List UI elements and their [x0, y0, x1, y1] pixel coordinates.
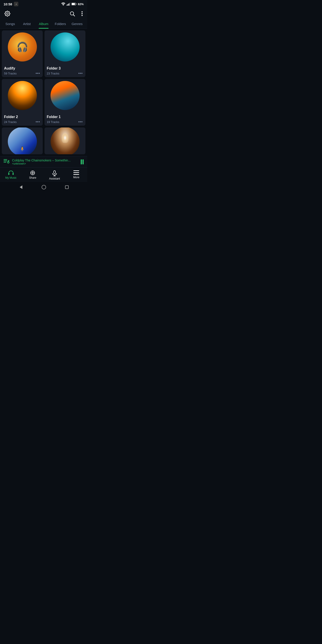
- album-image-audify: 🎧: [8, 32, 37, 62]
- nav-my-music-label: My Music: [5, 176, 16, 179]
- svg-marker-28: [20, 185, 22, 189]
- svg-point-29: [42, 185, 46, 189]
- tab-genres[interactable]: Genres: [69, 19, 86, 28]
- album-tracks-folder2: 24 Tracks •••: [4, 120, 40, 124]
- svg-rect-27: [73, 174, 79, 175]
- album-info-folder3: Folder 3 23 Tracks •••: [44, 65, 86, 77]
- album-info-folder1: Folder 1 19 Tracks •••: [44, 114, 86, 126]
- svg-rect-6: [72, 3, 75, 5]
- nav-more[interactable]: More: [66, 170, 88, 181]
- now-playing-bar[interactable]: Coldplay The Chainsmokers – Somethin... …: [0, 156, 87, 168]
- status-icons: 82%: [61, 2, 84, 6]
- album-more-folder3[interactable]: •••: [78, 71, 83, 75]
- svg-point-11: [82, 12, 83, 12]
- album-image-folder1: [50, 81, 80, 110]
- share-icon: [30, 170, 35, 175]
- album-art-folder2: [2, 79, 43, 114]
- wifi-icon: [61, 2, 65, 6]
- bottom-nav: My Music Share Assistant More: [0, 168, 87, 182]
- nav-my-music[interactable]: My Music: [0, 170, 22, 181]
- album-circle-folder2: [8, 81, 37, 110]
- svg-rect-7: [76, 4, 76, 4]
- album-more-audify[interactable]: •••: [35, 71, 40, 75]
- settings-button[interactable]: [4, 10, 11, 18]
- tab-album[interactable]: Album: [35, 19, 52, 28]
- album-info-folder2: Folder 2 24 Tracks •••: [2, 114, 43, 126]
- tab-songs[interactable]: Songs: [2, 19, 18, 28]
- nav-more-label: More: [73, 176, 80, 179]
- svg-line-10: [73, 15, 75, 16]
- album-title-folder2: Folder 2: [4, 115, 40, 119]
- svg-point-13: [82, 15, 83, 16]
- svg-rect-22: [54, 170, 56, 174]
- mic-icon: [52, 170, 57, 176]
- tab-folders[interactable]: Folders: [52, 19, 69, 28]
- battery-icon: [72, 3, 76, 5]
- svg-rect-3: [69, 3, 69, 6]
- nav-share-label: Share: [29, 176, 36, 179]
- album-info-audify: Audify 59 Tracks •••: [2, 65, 43, 77]
- album-art-partial1: 🧍: [2, 128, 43, 154]
- album-image-folder3: [50, 32, 80, 62]
- album-image-partial2: [50, 128, 80, 154]
- menu-icon: [73, 170, 79, 175]
- now-playing-info: Coldplay The Chainsmokers – Somethin... …: [12, 158, 78, 165]
- svg-rect-14: [4, 159, 7, 160]
- status-time: 10:58: [4, 2, 12, 6]
- nav-assistant[interactable]: Assistant: [44, 170, 66, 181]
- album-tracks-folder1: 19 Tracks •••: [47, 120, 83, 124]
- headphones-icon: [8, 170, 14, 175]
- svg-rect-4: [70, 2, 70, 6]
- top-bar: [0, 7, 87, 19]
- album-card-partial2[interactable]: [44, 128, 86, 154]
- svg-rect-30: [65, 186, 68, 189]
- album-title-audify: Audify: [4, 66, 40, 70]
- svg-point-8: [6, 13, 8, 14]
- pause-button[interactable]: [81, 160, 84, 164]
- svg-rect-25: [73, 170, 79, 171]
- svg-rect-26: [73, 172, 79, 173]
- album-more-folder1[interactable]: •••: [78, 120, 83, 124]
- album-art-audify: 🎧: [2, 30, 43, 65]
- album-circle-audify: 🎧: [8, 32, 37, 62]
- tabs-bar: Songs Artist Album Folders Genres: [0, 19, 87, 28]
- album-image-folder2: [8, 81, 37, 110]
- nav-share[interactable]: Share: [22, 170, 44, 181]
- now-playing-controls: [81, 160, 84, 164]
- tab-artist[interactable]: Artist: [18, 19, 35, 28]
- svg-rect-1: [67, 5, 67, 6]
- albums-grid: 🎧 Audify 59 Tracks ••• Folder 3 23 Track…: [0, 28, 87, 156]
- top-bar-right-icons: [68, 10, 84, 18]
- album-image-partial1: 🧍: [8, 128, 37, 154]
- album-card-folder2[interactable]: Folder 2 24 Tracks •••: [2, 79, 43, 126]
- back-button[interactable]: [15, 184, 26, 192]
- sys-nav-bar: [0, 182, 87, 194]
- now-playing-artist: <unknown>: [12, 162, 78, 165]
- album-card-folder1[interactable]: Folder 1 19 Tracks •••: [44, 79, 86, 126]
- album-card-folder3[interactable]: Folder 3 23 Tracks •••: [44, 30, 86, 77]
- album-art-partial2: [44, 128, 86, 154]
- album-more-folder2[interactable]: •••: [35, 120, 40, 124]
- svg-point-12: [82, 13, 83, 14]
- album-card-partial1[interactable]: 🧍: [2, 128, 43, 154]
- recents-button[interactable]: [61, 184, 72, 191]
- playlist-icon: [4, 159, 10, 165]
- album-circle-folder3: [50, 32, 80, 62]
- overflow-menu-button[interactable]: [80, 10, 84, 17]
- svg-rect-16: [4, 162, 6, 162]
- nav-assistant-label: Assistant: [49, 177, 60, 180]
- album-title-folder3: Folder 3: [47, 66, 83, 70]
- album-circle-folder1: [50, 81, 80, 110]
- album-card-audify[interactable]: 🎧 Audify 59 Tracks •••: [2, 30, 43, 77]
- album-art-folder1: [44, 79, 86, 114]
- battery-percent: 82%: [78, 2, 84, 6]
- status-bar: 10:58 ♪ 82%: [0, 0, 87, 7]
- svg-rect-18: [8, 173, 10, 175]
- svg-rect-19: [12, 173, 14, 175]
- search-button[interactable]: [68, 10, 76, 18]
- home-button[interactable]: [38, 184, 50, 192]
- album-circle-partial1: 🧍: [8, 128, 37, 154]
- album-title-folder1: Folder 1: [47, 115, 83, 119]
- signal-icon: [67, 2, 70, 6]
- svg-point-21: [32, 172, 33, 174]
